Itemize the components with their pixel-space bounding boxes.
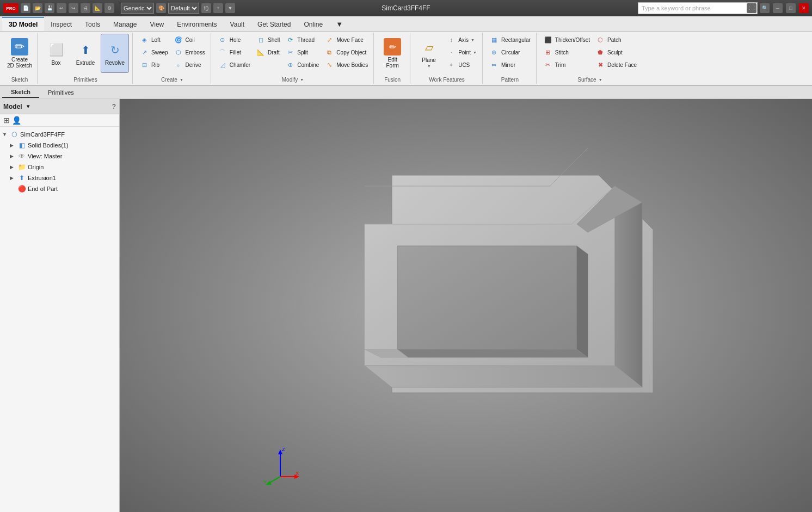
tab-online[interactable]: Online <box>297 18 329 31</box>
emboss-button[interactable]: ⬡ Emboss <box>171 46 207 58</box>
view-master-icon: 👁 <box>17 152 26 161</box>
extrude-button[interactable]: ⬆ Extrude <box>71 34 100 73</box>
tree-item-solid-bodies[interactable]: ▶ ◧ Solid Bodies(1) <box>0 140 119 151</box>
new-file-icon[interactable]: 📄 <box>21 3 30 13</box>
mirror-button[interactable]: ⇔ Mirror <box>487 59 533 71</box>
close-icon[interactable]: ✕ <box>799 3 809 13</box>
arrow-down-icon[interactable]: ▼ <box>225 3 235 13</box>
stitch-button[interactable]: ⊞ Stitch <box>541 46 592 58</box>
sculpt-button[interactable]: ⬟ Sculpt <box>593 46 639 58</box>
pattern-col: ▦ Rectangular ⊗ Circular ⇔ Mirror <box>487 34 533 71</box>
open-icon[interactable]: 📂 <box>33 3 42 13</box>
axis-button[interactable]: ↕ Axis ▼ <box>444 34 479 46</box>
tab-inspect[interactable]: Inspect <box>44 18 78 31</box>
combine-button[interactable]: ⊕ Combine <box>283 59 321 71</box>
zoom-icon[interactable]: 🔍 <box>760 3 770 13</box>
save-icon[interactable]: 💾 <box>45 3 54 13</box>
delete-face-button[interactable]: ✖ Delete Face <box>593 59 639 71</box>
rectangular-button[interactable]: ▦ Rectangular <box>487 34 533 46</box>
patch-button[interactable]: ⬡ Patch <box>593 34 639 46</box>
undo-icon[interactable]: ↩ <box>57 3 66 13</box>
tree-item-extrusion1[interactable]: ▶ ⬆ Extrusion1 <box>0 172 119 183</box>
fillet-label: Fillet <box>230 50 241 55</box>
viewport[interactable]: Z X Y <box>120 99 812 512</box>
tab-environments[interactable]: Environments <box>170 18 223 31</box>
tab-tools[interactable]: Tools <box>78 18 107 31</box>
expand-origin[interactable]: ▶ <box>10 164 17 170</box>
tree-item-view-master[interactable]: ▶ 👁 View: Master <box>0 151 119 162</box>
trim-button[interactable]: ✂ Trim <box>541 59 592 71</box>
revolve-button[interactable]: ↻ Revolve <box>101 34 129 73</box>
panel-create: ◈ Loft ↗ Sweep ⊟ Rib 🌀 Coil ⬡ <box>134 33 211 84</box>
coil-label: Coil <box>186 37 195 43</box>
settings-icon[interactable]: ⚙ <box>104 3 114 13</box>
draft-button[interactable]: 📐 Draft <box>254 46 282 58</box>
surface-panel-label[interactable]: Surface ▼ <box>541 76 639 84</box>
expand-extrusion1[interactable]: ▶ <box>10 175 17 181</box>
tab-vault[interactable]: Vault <box>224 18 251 31</box>
split-button[interactable]: ✂ Split <box>283 46 321 58</box>
modify-panel-label[interactable]: Modify ▼ <box>216 76 370 84</box>
sidebar-dropdown-arrow[interactable]: ▼ <box>26 103 31 109</box>
tab-get-started[interactable]: Get Started <box>251 18 297 31</box>
expand-root[interactable]: ▼ <box>2 132 10 137</box>
tab-extra[interactable]: ▼ <box>329 17 349 31</box>
loft-button[interactable]: ◈ Loft <box>137 34 170 46</box>
filter-icon[interactable]: ⊞ <box>3 116 10 125</box>
move-bodies-button[interactable]: ⤡ Move Bodies <box>322 59 370 71</box>
fillet-button[interactable]: ⌒ Fillet <box>216 46 253 58</box>
coil-button[interactable]: 🌀 Coil <box>171 34 207 46</box>
sweep-button[interactable]: ↗ Sweep <box>137 46 170 58</box>
model-icon: ⬡ <box>10 130 19 139</box>
generic-dropdown[interactable]: Generic <box>121 3 154 14</box>
search-people-icon[interactable]: 👤 <box>12 116 21 125</box>
search-bar[interactable]: Type a keyword or phrase <box>638 2 758 14</box>
edit-form-button[interactable]: ✏ EditForm <box>378 34 407 73</box>
shell-button[interactable]: ◻ Shell <box>254 34 282 46</box>
tree-item-root[interactable]: ▼ ⬡ SimCard3FF4FF <box>0 129 119 140</box>
sub-tab-primitives[interactable]: Primitives <box>39 88 83 97</box>
create-2d-sketch-button[interactable]: ✏ Create2D Sketch <box>5 34 34 73</box>
thread-button[interactable]: ⟳ Thread <box>283 34 321 46</box>
box-button[interactable]: ⬜ Box <box>42 34 70 73</box>
expand-view-master[interactable]: ▶ <box>10 153 17 159</box>
ucs-button[interactable]: ⌖ UCS <box>444 59 479 71</box>
minimize-icon[interactable]: ─ <box>773 3 783 13</box>
point-button[interactable]: · Point ▼ <box>444 46 479 58</box>
tree-label-end-of-part: End of Part <box>28 186 58 192</box>
sketch-buttons: ✏ Create2D Sketch <box>5 34 34 76</box>
grid-icon[interactable]: ⋮⋮ <box>747 3 756 13</box>
tree-item-end-of-part[interactable]: ▶ 🔴 End of Part <box>0 183 119 194</box>
maximize-icon[interactable]: □ <box>786 3 796 13</box>
rib-button[interactable]: ⊟ Rib <box>137 59 170 71</box>
plane-button[interactable]: ▱ Plane ▼ <box>415 34 443 73</box>
hole-button[interactable]: ⊙ Hole <box>216 34 253 46</box>
fx-icon[interactable]: f() <box>201 3 211 13</box>
tree-toolbar: ⊞ 👤 <box>0 114 119 127</box>
sidebar-close-button[interactable]: ? <box>112 103 116 110</box>
thicken-offset-button[interactable]: ⬛ Thicken/Offset <box>541 34 592 46</box>
coordinate-axes: Z X Y <box>261 447 294 479</box>
measure-icon[interactable]: 📐 <box>93 3 102 13</box>
derive-button[interactable]: ⬦ Derive <box>171 59 207 71</box>
expand-solid-bodies[interactable]: ▶ <box>10 143 17 148</box>
chamfer-button[interactable]: ◿ Chamfer <box>216 59 253 71</box>
profile-dropdown[interactable]: Default <box>168 3 199 14</box>
redo-icon[interactable]: ↪ <box>69 3 78 13</box>
sub-tab-sketch[interactable]: Sketch <box>2 87 39 98</box>
mirror-icon: ⇔ <box>489 60 499 70</box>
tree-item-origin[interactable]: ▶ 📁 Origin <box>0 162 119 172</box>
point-icon: · <box>446 47 456 57</box>
copy-object-button[interactable]: ⧉ Copy Object <box>322 46 370 58</box>
sub-tabs: Sketch Primitives <box>0 86 812 99</box>
tab-3dmodel[interactable]: 3D Model <box>2 17 44 31</box>
tab-manage[interactable]: Manage <box>107 18 143 31</box>
move-face-button[interactable]: ⤢ Move Face <box>322 34 370 46</box>
color-wheel-icon[interactable]: 🎨 <box>156 3 166 13</box>
edit-form-icon: ✏ <box>384 38 401 55</box>
plus-icon[interactable]: + <box>213 3 223 13</box>
create-panel-label[interactable]: Create ▼ <box>137 76 207 84</box>
circular-button[interactable]: ⊗ Circular <box>487 46 533 58</box>
tab-view[interactable]: View <box>143 18 170 31</box>
print-icon[interactable]: 🖨 <box>81 3 90 13</box>
